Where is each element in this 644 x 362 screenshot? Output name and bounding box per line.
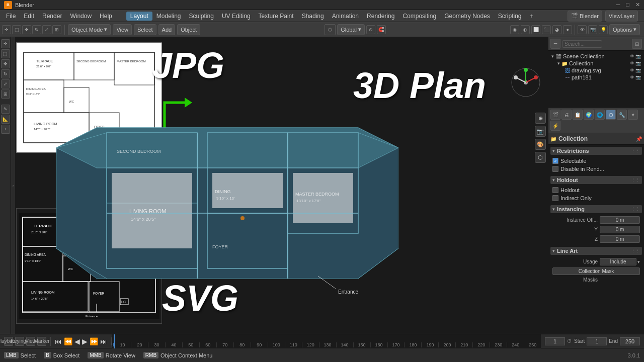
workspace-shading[interactable]: Shading: [298, 12, 328, 21]
global-transform[interactable]: ⬡: [325, 24, 336, 35]
menu-file[interactable]: File: [2, 12, 20, 21]
view-menu[interactable]: View: [113, 24, 132, 35]
workspace-modeling[interactable]: Modeling: [152, 12, 185, 21]
scale-tool[interactable]: ⤢: [42, 25, 51, 34]
instance-z-value[interactable]: 0 m: [600, 235, 640, 243]
restrictions-header[interactable]: ▾ Restrictions ⋮⋮: [550, 147, 642, 155]
options-btn[interactable]: Options ▾: [609, 24, 640, 35]
camera-view[interactable]: 📷: [535, 126, 546, 137]
workspace-compositing[interactable]: Compositing: [398, 12, 440, 21]
workspace-rendering[interactable]: Rendering: [363, 12, 398, 21]
workspace-texture[interactable]: Texture Paint: [255, 12, 298, 21]
selectable-checkbox[interactable]: [552, 158, 558, 164]
play-btn[interactable]: ▶: [82, 337, 88, 345]
render-props-icon[interactable]: 🎬: [550, 110, 560, 120]
instance-y-value[interactable]: 0 m: [600, 226, 640, 233]
start-frame-input[interactable]: [587, 337, 607, 345]
workspace-uv[interactable]: UV Editing: [218, 12, 255, 21]
view-layer-selector[interactable]: ViewLayer: [605, 11, 638, 22]
viewport-gizmo[interactable]: [511, 67, 541, 99]
particles-props-icon[interactable]: ✦: [628, 110, 638, 120]
workspace-layout[interactable]: Layout: [126, 12, 152, 21]
svg-cam[interactable]: 📷: [635, 68, 641, 73]
path181-item[interactable]: 〰 path181 👁 📷: [562, 74, 642, 81]
vr-btn[interactable]: 👁: [578, 25, 587, 34]
scene-selector[interactable]: 🎬 Blender: [568, 11, 602, 22]
world-props-icon[interactable]: 🌐: [595, 110, 605, 120]
camera-btn[interactable]: 📷: [588, 25, 597, 34]
material-display[interactable]: ⬡: [535, 152, 546, 163]
material-btn[interactable]: ◕: [552, 25, 561, 34]
move-tool[interactable]: ✥: [22, 25, 31, 34]
tool-add[interactable]: +: [1, 125, 10, 134]
instancing-header[interactable]: ▾ Instancing ⋮⋮: [550, 205, 642, 213]
workspace-add[interactable]: +: [526, 12, 537, 21]
scene-collection-root[interactable]: ▾ 🎬 Scene Collection 👁 📷: [550, 53, 642, 60]
menu-edit[interactable]: Edit: [20, 12, 38, 21]
workspace-geometry[interactable]: Geometry Nodes: [440, 12, 494, 21]
add-menu[interactable]: Add: [158, 24, 176, 35]
cursor-tool[interactable]: ✛: [2, 25, 11, 34]
usage-dropdown[interactable]: Include: [600, 258, 636, 265]
collection-vis[interactable]: 👁: [630, 61, 634, 66]
tool-move[interactable]: ✥: [1, 59, 10, 68]
path-cam[interactable]: 📷: [635, 75, 641, 80]
indirect-only-checkbox[interactable]: [552, 195, 558, 201]
minimize-icon[interactable]: ─: [616, 2, 620, 8]
workspace-scripting[interactable]: Scripting: [494, 12, 526, 21]
drawing-svg-item[interactable]: 🖼 drawing.svg 👁 📷: [562, 67, 642, 74]
instance-x-value[interactable]: 0 m: [600, 216, 640, 224]
zoom-to-fit[interactable]: ⊕: [535, 113, 546, 124]
timeline-track[interactable]: 1 10 20 30 40 50 60 70 80 90 100 110 120…: [112, 334, 541, 348]
overlay-btn[interactable]: ◉: [510, 25, 519, 34]
render-btn[interactable]: ●: [563, 25, 572, 34]
transform-tool[interactable]: ⊞: [52, 25, 61, 34]
scene-props-icon[interactable]: 🌍: [584, 110, 594, 120]
timeline-marker-dropdown[interactable]: Marker: [37, 337, 46, 346]
outliner-filter-icon[interactable]: ☰: [550, 39, 560, 49]
tool-rotate[interactable]: ↻: [1, 69, 10, 78]
snap-tool[interactable]: 🧲: [377, 25, 386, 34]
render-preview[interactable]: 🎨: [535, 139, 546, 150]
workspace-animation[interactable]: Animation: [328, 12, 363, 21]
workspace-sculpting[interactable]: Sculpting: [185, 12, 218, 21]
holdout-checkbox[interactable]: [552, 187, 558, 193]
camera-restrict-icon[interactable]: 📷: [635, 54, 641, 59]
object-mode-dropdown[interactable]: Object Mode ▾: [68, 24, 111, 35]
next-keyframe-btn[interactable]: ⏩: [90, 337, 98, 345]
proportional-edit[interactable]: ⊙: [366, 25, 375, 34]
timeline-playhead[interactable]: [114, 334, 115, 348]
menu-window[interactable]: Window: [66, 12, 96, 21]
visibility-icon[interactable]: 👁: [630, 54, 634, 59]
main-viewport[interactable]: TERRACE 21'6" x 8'0" DINING AREA 9'10" x…: [11, 37, 548, 334]
outliner-search[interactable]: [562, 40, 602, 48]
timeline-keying-dropdown[interactable]: Keying ▾: [15, 337, 24, 346]
end-frame-input[interactable]: [620, 337, 640, 345]
select-menu[interactable]: Select: [134, 24, 156, 35]
light-btn[interactable]: 💡: [599, 25, 608, 34]
collapse-left-handle[interactable]: ›: [11, 37, 15, 334]
collection-cam[interactable]: 📷: [635, 61, 641, 66]
collection-item[interactable]: ▾ 📁 Collection 👁 📷: [556, 60, 642, 67]
wire-btn[interactable]: ⬜: [531, 25, 540, 34]
tool-measure[interactable]: 📐: [1, 115, 10, 124]
tool-cursor[interactable]: ✛: [1, 39, 10, 48]
tool-annotate[interactable]: ✎: [1, 105, 10, 114]
shading-btn[interactable]: ◐: [521, 25, 530, 34]
tool-scale[interactable]: ⤢: [1, 79, 10, 88]
jump-end-btn[interactable]: ⏭: [100, 337, 107, 345]
close-icon[interactable]: ✕: [635, 2, 640, 8]
tool-select[interactable]: ⬚: [1, 49, 10, 58]
jump-start-btn[interactable]: ⏮: [55, 337, 62, 345]
view-layer-props-icon[interactable]: 📋: [573, 110, 583, 120]
filter-icon[interactable]: ⊟: [632, 39, 642, 49]
object-props-icon[interactable]: ⬡: [606, 110, 616, 120]
tool-transform[interactable]: ⊞: [1, 89, 10, 99]
path-vis[interactable]: 👁: [630, 75, 634, 80]
object-menu[interactable]: Object: [177, 24, 200, 35]
holdout-header[interactable]: ▾ Holdout ⋮⋮: [550, 176, 642, 184]
physics-props-icon[interactable]: ⚡: [550, 121, 560, 131]
modifier-props-icon[interactable]: 🔧: [617, 110, 627, 120]
collection-mask-btn[interactable]: Collection Mask: [552, 267, 640, 275]
pin-icon[interactable]: 📌: [636, 136, 642, 142]
